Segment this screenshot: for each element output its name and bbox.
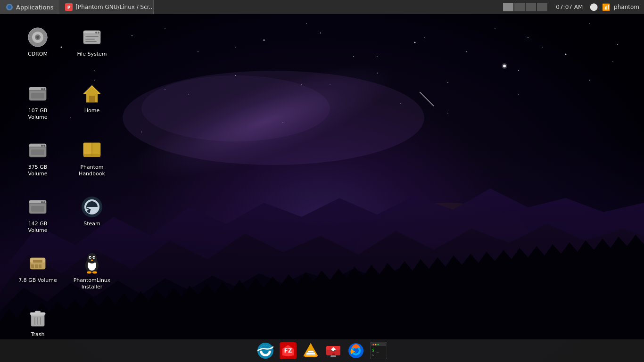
desktop-icon-volume7-8[interactable]: 7.8 GB Volume (17, 252, 59, 284)
dock-vlc[interactable] (300, 340, 321, 361)
dock-firefox[interactable] (346, 340, 366, 361)
desktop-icon-home[interactable]: Home (71, 82, 113, 115)
svg-point-12 (414, 42, 416, 43)
svg-point-4 (502, 63, 507, 69)
svg-point-25 (123, 71, 424, 165)
svg-point-56 (43, 145, 45, 147)
svg-point-26 (141, 75, 330, 141)
desktop-icon-phantomlinux[interactable]: PhantomLinux Installer (71, 252, 113, 291)
volume142-icon (26, 196, 49, 218)
trash-label: Trash (29, 331, 46, 338)
filesystem-label: File System (76, 50, 108, 58)
workspace-2[interactable] (514, 3, 525, 11)
svg-rect-40 (85, 39, 95, 40)
svg-rect-114 (332, 349, 334, 351)
svg-rect-108 (305, 355, 317, 357)
svg-point-13 (466, 51, 467, 52)
svg-text:>: > (372, 354, 374, 357)
svg-point-122 (378, 344, 379, 346)
desktop-icon-volume107[interactable]: 107 GB Volume (17, 82, 59, 122)
svg-point-23 (518, 70, 519, 71)
workspace-1[interactable] (503, 3, 513, 11)
svg-point-9 (264, 40, 265, 41)
desktop-icon-steam[interactable]: Steam (71, 196, 113, 228)
desktop-icon-filesystem[interactable]: File System (71, 26, 113, 58)
svg-point-1 (118, 212, 448, 339)
svg-text:$ _: $ _ (372, 348, 379, 353)
desktop-icon-phantomhandbook[interactable]: Phantom Handbook (71, 139, 113, 178)
home-label: Home (83, 107, 101, 115)
svg-point-72 (87, 210, 90, 213)
volume7-8-icon (26, 252, 49, 275)
svg-point-57 (41, 145, 43, 147)
svg-point-121 (375, 344, 377, 346)
svg-rect-41 (85, 41, 97, 42)
svg-point-14 (528, 37, 528, 38)
dock-imagewriter[interactable] (323, 340, 344, 361)
svg-point-19 (235, 75, 236, 76)
svg-point-11 (353, 56, 354, 57)
tab-icon: P (65, 3, 73, 11)
svg-rect-112 (330, 355, 336, 357)
svg-rect-55 (29, 147, 46, 148)
volume7-8-label: 7.8 GB Volume (17, 277, 58, 284)
steam-icon (81, 196, 103, 218)
desktop-icon-volume142[interactable]: 142 GB Volume (17, 196, 59, 235)
desktop-icon-cdrom[interactable]: CDROM (17, 26, 59, 58)
svg-point-15 (565, 54, 567, 55)
topbar-right: 07:07 AM 🌑 📶 phantom (498, 0, 644, 14)
username: phantom (614, 4, 639, 10)
svg-point-20 (301, 84, 302, 85)
svg-rect-39 (85, 36, 99, 37)
clock: 07:07 AM (556, 4, 583, 10)
phantomhandbook-label: Phantom Handbook (71, 164, 113, 178)
dock-terminal[interactable]: $ _ > (368, 340, 389, 361)
topbar-left: Applications P [Phantom GNU/Linux / Scr.… (0, 0, 154, 14)
svg-point-87 (87, 272, 91, 274)
svg-rect-107 (308, 351, 314, 352)
filezilla-icon: FZ (280, 342, 297, 359)
svg-point-42 (98, 32, 99, 33)
svg-point-24 (589, 80, 590, 81)
svg-point-66 (43, 201, 45, 203)
dock-center: FZ (255, 340, 389, 361)
svg-point-8 (198, 51, 198, 52)
trash-icon (26, 306, 49, 329)
signal-icon: 📶 (602, 3, 610, 11)
svg-point-2 (354, 203, 542, 316)
svg-rect-68 (31, 206, 44, 212)
phantomlinux-icon (81, 252, 103, 275)
applications-menu[interactable]: Applications (0, 0, 59, 14)
topbar: Applications P [Phantom GNU/Linux / Scr.… (0, 0, 644, 14)
volume107-label: 107 GB Volume (17, 107, 59, 122)
desktop-icon-trash[interactable]: Trash (17, 306, 59, 338)
dock: FZ (0, 339, 644, 362)
svg-rect-38 (83, 33, 100, 34)
svg-point-3 (503, 65, 506, 67)
svg-point-48 (41, 88, 43, 90)
workspace-3[interactable] (526, 3, 536, 11)
volume375-icon (26, 139, 49, 162)
dock-filezilla[interactable]: FZ (278, 340, 298, 361)
svg-point-43 (95, 32, 97, 33)
svg-point-47 (43, 88, 45, 90)
svg-point-67 (41, 201, 43, 203)
dock-thunderbird[interactable] (255, 340, 276, 361)
workspace-4[interactable] (537, 3, 547, 11)
svg-rect-65 (29, 203, 46, 204)
phantomhandbook-icon (81, 139, 103, 162)
svg-point-22 (447, 82, 448, 83)
vlc-icon (302, 342, 319, 359)
svg-text:P: P (67, 5, 71, 10)
imagewriter-icon (325, 342, 342, 359)
desktop-icon-volume375[interactable]: 375 GB Volume (17, 139, 59, 178)
svg-rect-77 (35, 264, 38, 268)
filesystem-icon (81, 26, 103, 49)
tab-label: [Phantom GNU/Linux / Scr... (75, 4, 154, 10)
svg-text:FZ: FZ (284, 347, 292, 354)
taskbar-tab[interactable]: P [Phantom GNU/Linux / Scr... (59, 0, 154, 14)
milkyway-bg (76, 0, 442, 240)
svg-point-10 (320, 33, 321, 33)
svg-point-71 (90, 202, 94, 206)
volume107-icon (26, 82, 49, 105)
